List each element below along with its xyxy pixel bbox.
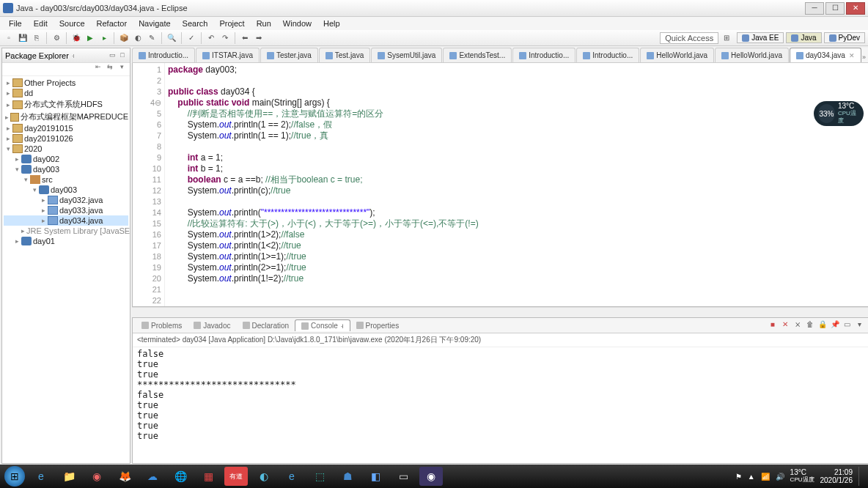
tree-node[interactable]: ▾day003 — [4, 185, 128, 195]
forward-icon[interactable]: ➡ — [253, 32, 265, 44]
task-app5-icon[interactable]: ◧ — [364, 467, 387, 486]
collapse-all-icon[interactable]: ⇤ — [93, 63, 103, 73]
horizontal-scrollbar[interactable] — [132, 307, 868, 317]
minimize-button[interactable]: ─ — [805, 2, 824, 15]
task-vscode-icon[interactable]: ⬚ — [308, 467, 331, 486]
code-editor[interactable]: 1234⊖56789101112131415161718192021222324… — [132, 63, 868, 307]
task-youdao-icon[interactable]: 有道 — [224, 467, 248, 486]
show-desktop[interactable] — [858, 467, 864, 486]
next-annotation-icon[interactable]: ↷ — [219, 32, 231, 44]
new-package-icon[interactable]: 📦 — [118, 32, 130, 44]
tree-node[interactable]: ▸Other Projects — [4, 78, 128, 88]
task-firefox-icon[interactable]: 🦊 — [113, 467, 136, 486]
new-class-icon[interactable]: ◐ — [132, 32, 144, 44]
menu-search[interactable]: Search — [177, 18, 214, 29]
save-all-icon[interactable]: ⎘ — [31, 32, 43, 44]
editor-tab[interactable]: Introductio... — [132, 48, 195, 62]
editor-tab[interactable]: Test.java — [319, 48, 370, 62]
tree-node[interactable]: ▸分布式文件系统HDFS — [4, 98, 128, 111]
menu-source[interactable]: Source — [54, 18, 91, 29]
tree-node[interactable]: ▾day003 — [4, 164, 128, 174]
clear-console-icon[interactable]: 🗑 — [805, 320, 815, 330]
quick-access-input[interactable]: Quick Access — [660, 32, 718, 44]
maximize-view-icon[interactable]: □ — [118, 51, 127, 60]
menu-help[interactable]: Help — [317, 18, 346, 29]
menu-project[interactable]: Project — [213, 18, 250, 29]
editor-tab[interactable]: SysemUtil.java — [371, 48, 442, 62]
tree-node[interactable]: ▸day20191026 — [4, 133, 128, 144]
perspective-java-ee[interactable]: Java EE — [737, 32, 784, 43]
open-type-icon[interactable]: ✎ — [146, 32, 158, 44]
prev-annotation-icon[interactable]: ↶ — [205, 32, 217, 44]
task-explorer-icon[interactable]: 📁 — [57, 467, 81, 486]
save-icon[interactable]: 💾 — [17, 32, 29, 44]
cpu-temp-widget[interactable]: 33% 13°C CPU温度 — [814, 101, 864, 126]
project-tree[interactable]: ▸Other Projects▸dd▸分布式文件系统HDFS▸分布式编程框架MA… — [2, 76, 130, 463]
bottom-tab-declaration[interactable]: Declaration — [237, 320, 295, 331]
bottom-tab-problems[interactable]: Problems — [136, 320, 188, 331]
task-app2-icon[interactable]: ▦ — [196, 467, 220, 486]
pin-icon[interactable]: ⫞ — [71, 52, 75, 59]
editor-tab[interactable]: day034.java✕ — [790, 48, 861, 62]
run-icon[interactable]: ▶ — [84, 32, 96, 44]
tree-node[interactable]: ▸day20191015 — [4, 123, 128, 133]
bottom-tab-javadoc[interactable]: Javadoc — [188, 320, 236, 331]
toggle-mark-icon[interactable]: ✓ — [185, 32, 197, 44]
menu-refactor[interactable]: Refactor — [91, 18, 133, 29]
editor-tab[interactable]: Introductio... — [512, 48, 575, 62]
pin-console-icon[interactable]: 📌 — [830, 320, 840, 330]
tree-node[interactable]: ▸day034.java — [4, 215, 128, 226]
code-area[interactable]: package day003; public class day034 { pu… — [165, 63, 868, 306]
menu-edit[interactable]: Edit — [28, 18, 54, 29]
editor-tab[interactable]: HelloWorld.java — [640, 48, 714, 62]
editor-tab[interactable]: Introductio... — [576, 48, 639, 62]
tree-node[interactable]: ▾2020 — [4, 144, 128, 154]
menu-window[interactable]: Window — [277, 18, 317, 29]
remove-all-icon[interactable]: ⨯ — [792, 320, 803, 330]
task-chrome-icon[interactable]: 🌐 — [169, 467, 192, 486]
tree-node[interactable]: ▸day002 — [4, 154, 128, 164]
open-perspective-icon[interactable]: ⊞ — [721, 32, 732, 44]
bottom-tab-properties[interactable]: Properties — [350, 320, 405, 331]
tree-node[interactable]: ▾src — [4, 174, 128, 185]
editor-tab[interactable]: HelloWorld.java — [715, 48, 789, 62]
display-icon[interactable]: ▭ — [842, 320, 853, 330]
open-console-icon[interactable]: ▾ — [855, 320, 865, 330]
console-output[interactable]: false true true ************************… — [133, 347, 868, 463]
tree-node[interactable]: ▸day032.java — [4, 195, 128, 205]
task-app4-icon[interactable]: ☗ — [336, 467, 359, 486]
run-last-icon[interactable]: ▸ — [98, 32, 110, 44]
start-button[interactable]: ⊞ — [4, 466, 25, 487]
maximize-button[interactable]: ☐ — [825, 2, 845, 15]
tray-net-icon[interactable]: 📶 — [761, 473, 770, 481]
tree-node[interactable]: ▸dd — [4, 88, 128, 98]
task-ie-icon[interactable]: e — [29, 467, 53, 486]
tree-node[interactable]: ▸day01 — [4, 236, 128, 246]
view-menu-icon[interactable]: ▾ — [117, 63, 127, 73]
task-app3-icon[interactable]: ◐ — [252, 467, 276, 486]
bottom-tab-console[interactable]: Console ⫞ — [295, 319, 350, 331]
tab-list-icon[interactable]: » — [862, 53, 868, 62]
editor-tab[interactable]: Tester.java — [260, 48, 318, 62]
minimize-view-icon[interactable]: ▭ — [108, 51, 117, 60]
close-button[interactable]: ✕ — [846, 2, 865, 15]
build-icon[interactable]: ⚙ — [51, 32, 62, 44]
menu-run[interactable]: Run — [251, 18, 277, 29]
back-icon[interactable]: ⬅ — [239, 32, 251, 44]
menu-navigate[interactable]: Navigate — [133, 18, 176, 29]
menu-file[interactable]: File — [3, 18, 28, 29]
scroll-lock-icon[interactable]: 🔒 — [817, 320, 828, 330]
debug-icon[interactable]: 🐞 — [70, 32, 82, 44]
tray-flag-icon[interactable]: ⚑ — [735, 473, 742, 481]
terminate-icon[interactable]: ■ — [768, 320, 778, 330]
tray-vol-icon[interactable]: 🔊 — [776, 473, 784, 481]
perspective-java[interactable]: Java — [786, 32, 821, 43]
search-icon[interactable]: 🔍 — [166, 32, 177, 44]
remove-launch-icon[interactable]: ✕ — [780, 320, 790, 330]
editor-tab[interactable]: ExtendsTest... — [443, 48, 512, 62]
editor-tab[interactable]: ITSTAR.java — [196, 48, 260, 62]
tray-up-icon[interactable]: ▲ — [748, 473, 755, 481]
perspective-pydev[interactable]: PyDev — [824, 32, 865, 43]
link-editor-icon[interactable]: ⇆ — [105, 63, 115, 73]
tree-node[interactable]: ▸JRE System Library [JavaSE-1.8] — [4, 226, 128, 236]
